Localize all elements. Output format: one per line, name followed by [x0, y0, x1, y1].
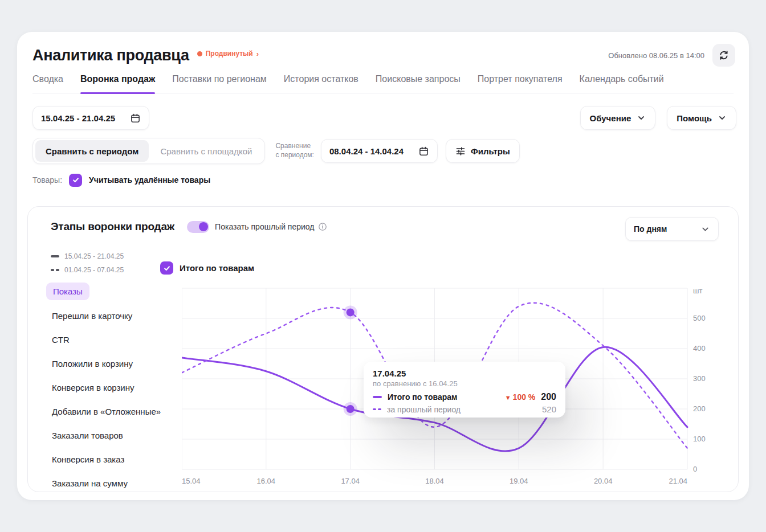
toggle-knob [199, 222, 208, 231]
y-axis-tick-label: 400 [693, 344, 706, 353]
y-axis-tick-label: 0 [693, 465, 697, 473]
x-axis-tick-label: 19.04 [510, 477, 528, 485]
tooltip-row-current: Итого по товарам ▼100 % 200 [373, 392, 556, 402]
tooltip-row-previous: за прошлый период 520 [373, 404, 556, 414]
help-menu-button[interactable]: Помощь [667, 106, 736, 130]
period-date-input[interactable]: 15.04.25 - 21.04.25 [32, 106, 149, 130]
training-menu-button[interactable]: Обучение [580, 106, 656, 130]
stage-ctr[interactable]: CTR [46, 328, 172, 351]
stage-polozhili-v-korzinu[interactable]: Положили в корзину [46, 351, 172, 375]
solid-line-swatch-icon [51, 255, 59, 257]
stage-konversiya-v-korzinu[interactable]: Конверсия в корзину [46, 375, 172, 399]
tooltip-compare-text: по сравнению с 16.04.25 [373, 379, 556, 388]
tabs: Сводка Воронка продаж Поставки по регион… [32, 74, 734, 93]
stage-pereshli-v-kartochku[interactable]: Перешли в карточку [46, 304, 172, 328]
granularity-value: По дням [634, 224, 667, 234]
seller-analytics-page: { "header": { "title": "Аналитика продав… [0, 0, 766, 532]
include-deleted-checkbox[interactable] [69, 174, 82, 187]
page-title: Аналитика продавца [32, 47, 189, 64]
total-by-products-label: Итого по товарам [180, 263, 254, 273]
funnel-stage-list: Показы Перешли в карточку CTR Положили в… [46, 280, 172, 495]
tooltip-previous-value: 520 [542, 404, 556, 414]
plan-badge[interactable]: Продвинутый › [197, 50, 259, 58]
refresh-button[interactable] [712, 44, 735, 67]
toggle-label: Показать прошлый период [215, 222, 314, 231]
filters-button[interactable]: Фильтры [446, 139, 520, 163]
x-axis-tick-label: 16.04 [257, 477, 276, 485]
dashed-line-swatch-icon [373, 408, 381, 411]
stage-dobavili-v-otlozhennye[interactable]: Добавили в «Отложенные» [46, 399, 172, 423]
data-point-marker-dashed[interactable] [347, 308, 355, 316]
badge-label: Продвинутый [206, 50, 253, 58]
solid-line-swatch-icon [373, 396, 382, 398]
total-by-products-checkbox[interactable] [160, 261, 173, 275]
include-deleted-label: Учитывать удалённые товары [89, 175, 210, 185]
header: Аналитика продавца Продвинутый › Обновле… [32, 43, 735, 67]
chart-legend: 15.04.25 - 21.04.25 01.04.25 - 07.04.25 [51, 252, 124, 274]
y-axis-tick-label: 300 [693, 374, 706, 383]
tab-svodka[interactable]: Сводка [32, 74, 63, 93]
comparison-date-value: 08.04.24 - 14.04.24 [329, 146, 404, 156]
compare-with-platform-segment[interactable]: Сравнить с площадкой [150, 140, 262, 162]
funnel-card-header: Этапы воронки продаж Показать прошлый пе… [51, 220, 327, 233]
x-axis-tick-label: 20.04 [594, 477, 613, 485]
data-point-marker-solid[interactable] [347, 405, 355, 413]
legend-previous-period: 01.04.25 - 07.04.25 [51, 266, 124, 274]
x-axis-tick-label: 21.04 [669, 477, 687, 485]
funnel-card-title: Этапы воронки продаж [51, 220, 174, 233]
triangle-down-icon: ▼ [505, 394, 511, 401]
updated-timestamp: Обновлено 08.06.25 в 14:00 [608, 51, 704, 60]
x-axis-tick-label: 18.04 [425, 477, 444, 485]
delta-badge: ▼100 % [505, 392, 536, 402]
refresh-icon [718, 50, 730, 61]
products-filter-row: Товары: Учитывать удалённые товары [32, 173, 210, 187]
y-axis-tick-label: 200 [693, 404, 706, 413]
training-label: Обучение [590, 113, 631, 123]
total-by-products-row: Итого по товарам [160, 261, 254, 275]
show-previous-period-toggle[interactable] [187, 221, 209, 233]
chevron-down-icon [718, 113, 727, 122]
tab-istoriya-ostatkov[interactable]: История остатков [284, 74, 358, 93]
tab-poiskovye-zaprosy[interactable]: Поисковые запросы [376, 74, 461, 93]
funnel-stages-card: Этапы воронки продаж Показать прошлый пе… [27, 206, 739, 492]
comparison-date-input[interactable]: 08.04.24 - 14.04.24 [321, 139, 438, 163]
info-icon[interactable] [318, 222, 327, 231]
compare-segmented-control: Сравнить с периодом Сравнить с площадкой [32, 138, 265, 164]
dashed-line-swatch-icon [51, 269, 59, 271]
filter-row-period: 15.04.25 - 21.04.25 Обучение Помощь [32, 106, 736, 130]
granularity-select[interactable]: По дням [625, 217, 719, 241]
comparison-period-label: Сравнение с периодом: [275, 142, 314, 159]
tooltip-current-value: 200 [541, 392, 556, 402]
period-date-value: 15.04.25 - 21.04.25 [41, 113, 115, 123]
y-axis-tick-label: 100 [693, 435, 706, 443]
tab-postavki-po-regionam[interactable]: Поставки по регионам [172, 74, 267, 93]
y-axis-unit-label: шт [693, 287, 702, 295]
tab-portret-pokupatelya[interactable]: Портрет покупателя [478, 74, 563, 93]
tab-voronka-prodazh[interactable]: Воронка продаж [80, 74, 155, 93]
chart-tooltip: 17.04.25 по сравнению с 16.04.25 Итого п… [364, 362, 565, 418]
tab-kalendar-sobytiy[interactable]: Календарь событий [580, 74, 664, 93]
legend-current-period: 15.04.25 - 21.04.25 [51, 252, 124, 260]
calendar-icon [130, 113, 141, 124]
chevron-down-icon [700, 224, 710, 234]
filter-row-compare: Сравнить с периодом Сравнить с площадкой… [32, 138, 520, 164]
main-card: Аналитика продавца Продвинутый › Обновле… [17, 32, 749, 500]
badge-dot-icon [197, 51, 202, 56]
chevron-down-icon [637, 113, 646, 122]
stage-konversiya-v-zakaz[interactable]: Конверсия в заказ [46, 447, 172, 471]
filters-icon [455, 146, 466, 156]
x-axis-tick-label: 17.04 [341, 477, 360, 485]
compare-with-period-segment[interactable]: Сравнить с периодом [35, 140, 149, 162]
calendar-icon [418, 146, 429, 157]
stage-zakazali-tovarov[interactable]: Заказали товаров [46, 423, 172, 447]
tooltip-date: 17.04.25 [373, 369, 556, 378]
help-label: Помощь [677, 113, 712, 123]
stage-pokazy[interactable]: Показы [46, 283, 89, 300]
chevron-right-icon: › [256, 50, 259, 58]
y-axis-tick-label: 500 [693, 314, 706, 322]
products-label: Товары: [32, 175, 62, 185]
stage-zakazali-na-summu[interactable]: Заказали на сумму [46, 471, 172, 495]
x-axis-tick-label: 15.04 [182, 477, 201, 485]
filters-label: Фильтры [471, 146, 510, 156]
